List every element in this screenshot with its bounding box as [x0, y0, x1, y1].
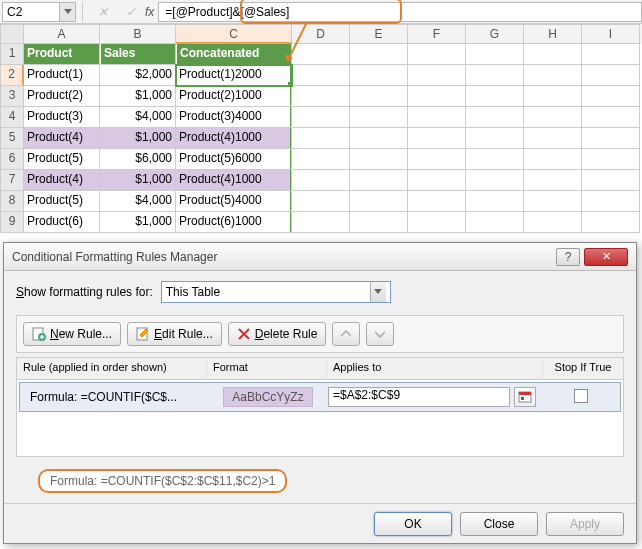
- applies-to-input[interactable]: =$A$2:$C$9: [328, 387, 510, 407]
- col-header-D[interactable]: D: [292, 24, 350, 44]
- cell-sales[interactable]: $1,000: [100, 212, 176, 233]
- cell-empty[interactable]: [582, 128, 640, 149]
- cell-concat[interactable]: Product(4)1000: [176, 128, 292, 149]
- col-header-B[interactable]: B: [100, 24, 176, 44]
- table-header-sales[interactable]: Sales: [100, 44, 176, 65]
- cancel-formula-icon[interactable]: ✕: [89, 5, 117, 19]
- cell-empty[interactable]: [524, 149, 582, 170]
- move-up-button[interactable]: [332, 322, 360, 346]
- cell-empty[interactable]: [408, 107, 466, 128]
- cell-product[interactable]: Product(5): [24, 191, 100, 212]
- close-button[interactable]: ✕: [584, 248, 628, 266]
- cell-empty[interactable]: [524, 44, 582, 65]
- cell-empty[interactable]: [350, 170, 408, 191]
- row-header[interactable]: 8: [0, 191, 24, 212]
- name-box[interactable]: C2: [2, 2, 60, 22]
- cell-product[interactable]: Product(3): [24, 107, 100, 128]
- select-all-corner[interactable]: [0, 24, 24, 44]
- cell-sales[interactable]: $1,000: [100, 170, 176, 191]
- help-button[interactable]: ?: [556, 248, 580, 266]
- row-header[interactable]: 6: [0, 149, 24, 170]
- apply-button[interactable]: Apply: [546, 512, 624, 536]
- cell-concat[interactable]: Product(4)1000: [176, 170, 292, 191]
- cell-sales[interactable]: $1,000: [100, 86, 176, 107]
- delete-rule-button[interactable]: Delete Rule: [228, 322, 327, 346]
- row-header[interactable]: 7: [0, 170, 24, 191]
- cell-empty[interactable]: [350, 107, 408, 128]
- cell-empty[interactable]: [524, 86, 582, 107]
- row-header[interactable]: 2: [0, 65, 24, 86]
- cell-empty[interactable]: [466, 44, 524, 65]
- new-rule-button[interactable]: New Rule...: [23, 322, 121, 346]
- table-header-product[interactable]: Product: [24, 44, 100, 65]
- col-header-F[interactable]: F: [408, 24, 466, 44]
- row-header[interactable]: 3: [0, 86, 24, 107]
- cell-empty[interactable]: [524, 212, 582, 233]
- cell-concat[interactable]: Product(5)4000: [176, 191, 292, 212]
- cell-empty[interactable]: [292, 44, 350, 65]
- col-header-A[interactable]: A: [24, 24, 100, 44]
- cell-empty[interactable]: [350, 149, 408, 170]
- cell-empty[interactable]: [408, 191, 466, 212]
- cell-empty[interactable]: [524, 191, 582, 212]
- col-header-I[interactable]: I: [582, 24, 640, 44]
- cell-empty[interactable]: [350, 44, 408, 65]
- cell-empty[interactable]: [350, 65, 408, 86]
- cell-empty[interactable]: [582, 65, 640, 86]
- enter-formula-icon[interactable]: ✓: [117, 5, 145, 19]
- cell-empty[interactable]: [292, 86, 350, 107]
- col-header-C[interactable]: C: [176, 24, 292, 44]
- cell-empty[interactable]: [408, 44, 466, 65]
- row-header[interactable]: 5: [0, 128, 24, 149]
- rule-row[interactable]: Formula: =COUNTIF($C$... AaBbCcYyZz =$A$…: [19, 382, 621, 412]
- cell-product[interactable]: Product(6): [24, 212, 100, 233]
- row-header[interactable]: 4: [0, 107, 24, 128]
- col-header-E[interactable]: E: [350, 24, 408, 44]
- move-down-button[interactable]: [366, 322, 394, 346]
- cell-empty[interactable]: [408, 170, 466, 191]
- cell-empty[interactable]: [408, 149, 466, 170]
- cell-empty[interactable]: [292, 170, 350, 191]
- cell-empty[interactable]: [408, 128, 466, 149]
- cell-empty[interactable]: [408, 212, 466, 233]
- name-box-dropdown[interactable]: [60, 2, 76, 22]
- cell-sales[interactable]: $1,000: [100, 128, 176, 149]
- cell-concat[interactable]: Product(1)2000: [176, 65, 292, 86]
- cell-concat[interactable]: Product(5)6000: [176, 149, 292, 170]
- cell-empty[interactable]: [582, 191, 640, 212]
- cell-empty[interactable]: [292, 107, 350, 128]
- cell-empty[interactable]: [582, 86, 640, 107]
- cell-empty[interactable]: [524, 107, 582, 128]
- cell-product[interactable]: Product(5): [24, 149, 100, 170]
- stop-if-true-checkbox[interactable]: [574, 389, 588, 403]
- cell-sales[interactable]: $4,000: [100, 191, 176, 212]
- cell-empty[interactable]: [466, 191, 524, 212]
- cell-empty[interactable]: [350, 191, 408, 212]
- cell-concat[interactable]: Product(6)1000: [176, 212, 292, 233]
- cell-empty[interactable]: [408, 65, 466, 86]
- table-header-concat[interactable]: Concatenated: [176, 44, 292, 65]
- cell-empty[interactable]: [524, 65, 582, 86]
- show-rules-select[interactable]: This Table: [161, 281, 391, 303]
- row-header[interactable]: 9: [0, 212, 24, 233]
- cell-empty[interactable]: [582, 149, 640, 170]
- cell-empty[interactable]: [350, 86, 408, 107]
- cell-empty[interactable]: [466, 65, 524, 86]
- cell-product[interactable]: Product(2): [24, 86, 100, 107]
- cell-empty[interactable]: [466, 212, 524, 233]
- cell-product[interactable]: Product(4): [24, 128, 100, 149]
- cell-empty[interactable]: [292, 191, 350, 212]
- cell-empty[interactable]: [350, 212, 408, 233]
- cell-product[interactable]: Product(1): [24, 65, 100, 86]
- cell-concat[interactable]: Product(3)4000: [176, 107, 292, 128]
- cell-empty[interactable]: [582, 170, 640, 191]
- cell-product[interactable]: Product(4): [24, 170, 100, 191]
- row-header-1[interactable]: 1: [0, 44, 24, 65]
- cell-empty[interactable]: [582, 107, 640, 128]
- edit-rule-button[interactable]: Edit Rule...: [127, 322, 222, 346]
- cell-empty[interactable]: [466, 170, 524, 191]
- cell-empty[interactable]: [524, 170, 582, 191]
- ok-button[interactable]: OK: [374, 512, 452, 536]
- cell-empty[interactable]: [292, 128, 350, 149]
- cell-sales[interactable]: $4,000: [100, 107, 176, 128]
